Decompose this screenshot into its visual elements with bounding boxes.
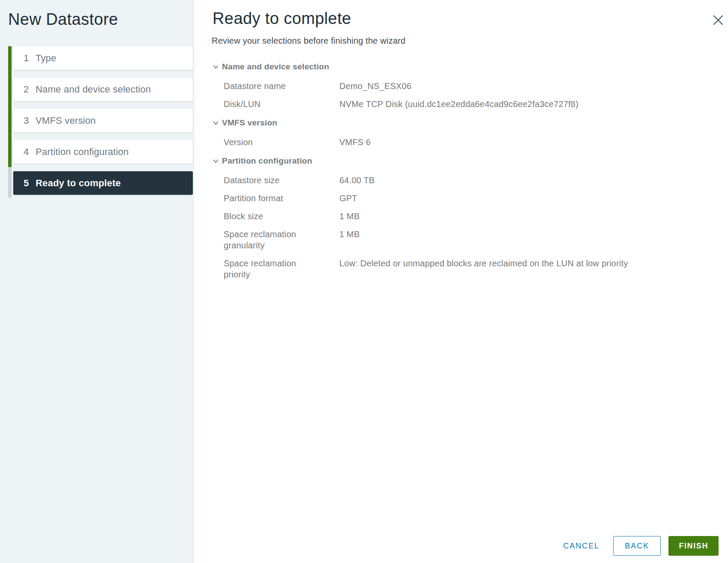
section-partition-configuration: Partition configuration Datastore size 6… [213, 157, 701, 280]
step-number: 2 [24, 84, 36, 95]
row-label: Space reclamation priority [224, 258, 310, 280]
summary-row-block-size: Block size 1 MB [213, 211, 701, 222]
row-label: Space reclamation granularity [224, 229, 310, 251]
step-number: 4 [24, 146, 36, 158]
row-label: Partition format [224, 193, 310, 204]
step-label: Type [36, 53, 57, 64]
step-label: VMFS version [36, 115, 96, 126]
step-label: Name and device selection [36, 84, 151, 95]
row-value: Low: Deleted or unmapped blocks are recl… [339, 258, 701, 269]
row-value: 1 MB [339, 211, 701, 222]
summary-row-space-reclamation-priority: Space reclamation priority Low: Deleted … [213, 258, 701, 280]
step-item-partition-configuration[interactable]: 4 Partition configuration [13, 140, 193, 164]
section-header-partition-configuration[interactable]: Partition configuration [213, 157, 701, 165]
summary-row-datastore-name: Datastore name Demo_NS_ESX06 [213, 80, 701, 92]
cancel-button[interactable]: CANCEL [560, 542, 602, 551]
section-title: Name and device selection [222, 63, 329, 71]
row-label: Version [224, 137, 310, 148]
close-icon [713, 15, 723, 25]
row-value: VMFS 6 [339, 137, 701, 148]
summary-row-version: Version VMFS 6 [213, 137, 701, 148]
summary-row-partition-format: Partition format GPT [213, 193, 701, 204]
back-button[interactable]: BACK [613, 536, 661, 556]
row-value: GPT [339, 193, 701, 204]
row-value: Demo_NS_ESX06 [339, 80, 701, 92]
wizard-steps: 1 Type 2 Name and device selection 3 VMF… [13, 46, 193, 203]
wizard-title: New Datastore [8, 10, 118, 29]
step-item-name-and-device-selection[interactable]: 2 Name and device selection [13, 77, 193, 101]
section-header-name-and-device-selection[interactable]: Name and device selection [213, 63, 701, 71]
wizard-sidebar: New Datastore 1 Type 2 Name and device s… [0, 0, 194, 563]
step-item-vmfs-version[interactable]: 3 VMFS version [13, 109, 193, 132]
step-number: 3 [24, 115, 36, 126]
section-title: VMFS version [222, 119, 277, 127]
step-progress-rail [8, 46, 12, 198]
summary-row-datastore-size: Datastore size 64.00 TB [213, 175, 701, 186]
finish-button[interactable]: FINISH [668, 536, 719, 556]
page-title: Ready to complete [213, 9, 351, 28]
progress-rail-current [8, 167, 12, 198]
page-subtitle: Review your selections before finishing … [212, 36, 405, 46]
row-label: Disk/LUN [224, 98, 310, 110]
section-title: Partition configuration [222, 157, 312, 165]
row-value: NVMe TCP Disk (uuid.dc1ee2edda6e4cad9c6e… [339, 98, 701, 110]
step-label: Ready to complete [36, 178, 121, 189]
step-number: 1 [24, 53, 36, 64]
review-summary: Name and device selection Datastore name… [213, 63, 701, 289]
chevron-down-icon [213, 64, 219, 70]
section-vmfs-version: VMFS version Version VMFS 6 [213, 119, 701, 148]
summary-row-space-reclamation-granularity: Space reclamation granularity 1 MB [213, 229, 701, 251]
row-label: Datastore size [224, 175, 310, 186]
row-value: 64.00 TB [339, 175, 701, 186]
close-button[interactable] [711, 13, 725, 27]
summary-row-disk-lun: Disk/LUN NVMe TCP Disk (uuid.dc1ee2edda6… [213, 98, 701, 110]
row-label: Datastore name [224, 80, 310, 92]
chevron-down-icon [213, 120, 219, 126]
step-label: Partition configuration [36, 146, 129, 158]
section-name-and-device-selection: Name and device selection Datastore name… [213, 63, 701, 110]
step-number: 5 [24, 178, 36, 189]
progress-rail-completed [8, 46, 12, 167]
chevron-down-icon [213, 158, 219, 164]
row-value: 1 MB [339, 229, 701, 240]
step-item-type[interactable]: 1 Type [13, 46, 193, 70]
wizard-footer: CANCEL BACK FINISH [560, 536, 719, 556]
step-item-ready-to-complete[interactable]: 5 Ready to complete [13, 171, 193, 195]
row-label: Block size [224, 211, 310, 222]
section-header-vmfs-version[interactable]: VMFS version [213, 119, 701, 127]
